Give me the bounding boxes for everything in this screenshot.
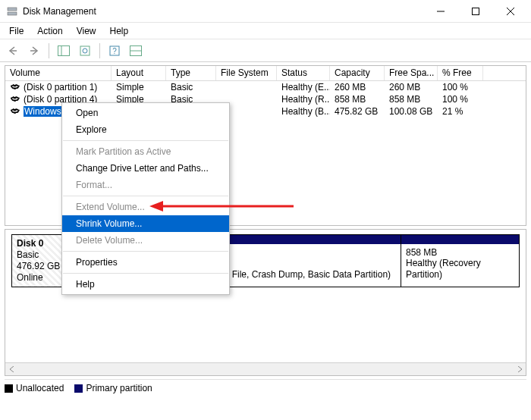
volume-pfree: 21 %	[438, 106, 483, 117]
app-icon	[6, 5, 18, 17]
volume-icon: 🗢	[10, 82, 20, 92]
volume-pfree: 100 %	[438, 94, 483, 105]
legend-unallocated: Unallocated	[5, 383, 64, 393]
toolbar-help-button[interactable]: ?	[106, 42, 123, 59]
svg-point-13	[83, 49, 87, 53]
menu-help[interactable]: Help	[104, 24, 135, 38]
context-separator	[63, 251, 228, 252]
volume-list-pane: Volume Layout Type File System Status Ca…	[5, 65, 526, 226]
svg-rect-12	[80, 46, 90, 55]
svg-rect-10	[58, 45, 70, 55]
menu-view[interactable]: View	[71, 24, 102, 38]
context-menu: Open Explore Mark Partition as Active Ch…	[61, 102, 230, 295]
col-status[interactable]: Status	[277, 66, 330, 80]
partition-label2: 858 MB	[406, 247, 514, 258]
volume-layout: Simple	[112, 82, 166, 92]
volume-capacity: 858 MB	[330, 94, 385, 105]
menu-file[interactable]: File	[3, 24, 30, 38]
col-filesystem[interactable]: File System	[216, 66, 277, 80]
minimize-button[interactable]	[423, 0, 458, 23]
nav-back-button[interactable]	[5, 42, 21, 59]
context-separator	[63, 196, 228, 196]
volume-status: Healthy (R...	[277, 94, 330, 105]
context-mark-active: Mark Partition as Active	[62, 143, 229, 160]
toolbar-view-button-2[interactable]	[127, 42, 144, 59]
context-delete-volume: Delete Volume...	[62, 232, 229, 249]
legend-primary-partition: Primary partition	[74, 383, 152, 393]
col-capacity[interactable]: Capacity	[330, 66, 385, 80]
toolbar-separator	[99, 43, 100, 58]
volume-capacity: 260 MB	[330, 82, 385, 92]
partition[interactable]: 858 MB Healthy (Recovery Partition)	[401, 235, 519, 287]
volume-type: Basic	[166, 82, 216, 92]
horizontal-scrollbar[interactable]	[5, 362, 526, 375]
volume-pfree: 100 %	[438, 82, 483, 92]
volume-freespace: 260 MB	[385, 82, 438, 92]
col-volume[interactable]: Volume	[5, 66, 112, 80]
legend: Unallocated Primary partition	[5, 379, 526, 396]
context-separator	[63, 140, 228, 141]
toolbar: ?	[0, 39, 531, 62]
volume-freespace: 100.08 GB	[385, 106, 438, 117]
svg-text:?: ?	[112, 47, 117, 55]
menu-action[interactable]: Action	[31, 24, 68, 38]
volume-row[interactable]: 🗢(Disk 0 partition 1) Simple Basic Healt…	[5, 81, 526, 93]
scroll-left-button[interactable]	[5, 363, 18, 376]
context-separator	[63, 273, 228, 274]
swatch-unallocated-icon	[5, 384, 13, 393]
volume-capacity: 475.82 GB	[330, 106, 385, 117]
svg-rect-5	[473, 8, 479, 14]
context-help[interactable]: Help	[62, 276, 229, 293]
context-explore[interactable]: Explore	[62, 121, 229, 138]
toolbar-refresh-button[interactable]	[77, 42, 93, 59]
partition-status: Healthy (Recovery Partition)	[406, 258, 514, 280]
title-bar: Disk Management	[0, 0, 531, 23]
toolbar-separator	[49, 43, 49, 58]
window-title: Disk Management	[23, 6, 423, 17]
context-shrink-volume[interactable]: Shrink Volume...	[62, 215, 229, 232]
volume-status: Healthy (E...	[277, 82, 330, 92]
context-change-drive-letter[interactable]: Change Drive Letter and Paths...	[62, 160, 229, 177]
maximize-button[interactable]	[458, 0, 493, 23]
col-layout[interactable]: Layout	[112, 66, 166, 80]
volume-status: Healthy (B...	[277, 106, 330, 117]
context-open[interactable]: Open	[62, 105, 229, 121]
close-button[interactable]	[493, 0, 528, 23]
column-headers: Volume Layout Type File System Status Ca…	[5, 66, 526, 81]
svg-rect-1	[8, 12, 17, 15]
volume-freespace: 858 MB	[385, 94, 438, 105]
swatch-primary-icon	[74, 384, 83, 393]
volume-name: (Disk 0 partition 1)	[24, 82, 97, 92]
context-format: Format...	[62, 177, 229, 193]
context-properties[interactable]: Properties	[62, 254, 229, 271]
menu-bar: File Action View Help	[0, 23, 531, 39]
volume-icon: 🗢	[10, 106, 20, 117]
svg-rect-0	[8, 8, 17, 11]
col-type[interactable]: Type	[166, 66, 216, 80]
volume-icon: 🗢	[10, 94, 20, 105]
scroll-right-button[interactable]	[513, 363, 526, 376]
col-percent-free[interactable]: % Free	[438, 66, 483, 80]
partition-stripe-icon	[401, 235, 519, 244]
context-extend-volume: Extend Volume...	[62, 199, 229, 215]
toolbar-view-button-1[interactable]	[55, 42, 72, 59]
nav-forward-button[interactable]	[26, 42, 42, 59]
scroll-track[interactable]	[18, 363, 513, 376]
col-freespace[interactable]: Free Spa...	[385, 66, 438, 80]
